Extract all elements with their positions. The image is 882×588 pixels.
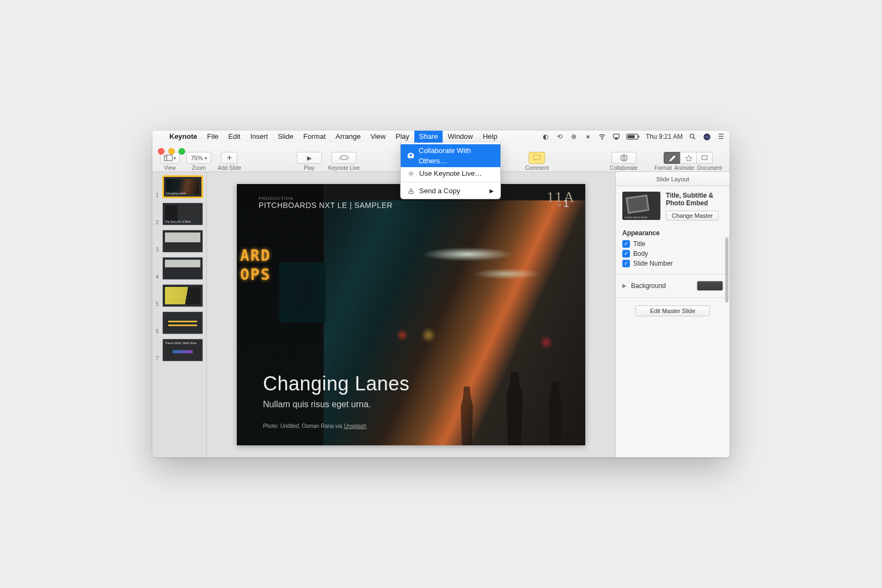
separator [616,274,730,274]
collaborate-button[interactable] [611,152,636,164]
share-collaborate[interactable]: Collaborate With Others… [401,144,500,167]
thumb-num: 6 [156,328,160,334]
svg-rect-16 [702,156,707,160]
animate-tab-label: Animate [675,165,695,171]
slide-credit[interactable]: Photo: Untitled, Osman Rana via Unsplash [263,423,366,429]
time-machine-icon[interactable]: ⟲ [555,132,564,141]
airplay-icon[interactable] [612,132,621,141]
format-tab[interactable] [664,152,680,164]
background-label: Background [631,282,666,290]
thumb-num: 1 [156,192,160,198]
slide-thumb-4[interactable]: 4 [156,257,203,280]
checkbox-icon: ✓ [622,240,630,248]
thumb-label: Changing Lanes [166,192,186,195]
menu-insert[interactable]: Insert [246,131,273,143]
menu-file[interactable]: File [202,131,223,143]
slide-canvas[interactable]: ARD OPS 11A PRODUCTION PITCHBOARDS NXT L… [207,172,615,457]
menu-edit[interactable]: Edit [223,131,245,143]
led-text-1: ARD [240,247,271,265]
document-tab[interactable] [696,152,713,164]
slide-navigator[interactable]: 1 Changing Lanes 2 The Story Arc in Brie… [152,172,207,457]
master-thumb-label: Lorem Ipsum Dolor [624,216,648,219]
thumb-num: 4 [156,274,160,280]
edit-master-button[interactable]: Edit Master Slide [635,305,710,316]
change-master-button[interactable]: Change Master [666,211,719,220]
separator [616,297,730,298]
menu-app[interactable]: Keynote [164,131,202,143]
wifi-icon[interactable] [598,132,607,141]
battery-icon[interactable] [626,132,640,141]
checkbox-icon: ✓ [622,260,630,267]
status-icon-3[interactable]: ⊕ [569,132,578,141]
figure-silhouette [542,375,569,445]
master-name: Title, Subtitle & Photo Embed [666,192,723,207]
slide-subtitle[interactable]: Nullam quis risus eget urna. [263,400,371,409]
close-button[interactable] [158,148,164,155]
scrollbar[interactable] [725,237,728,303]
status-icon-1[interactable]: ◐ [541,132,550,141]
inspector-tab[interactable]: Slide Layout [616,172,730,186]
slide-title[interactable]: Changing Lanes [263,372,409,395]
add-slide-label: Add Slide [218,165,241,171]
svg-rect-4 [628,135,635,138]
led-text-2: OPS [240,266,271,284]
svg-rect-3 [638,136,639,138]
menu-window[interactable]: Window [443,131,477,143]
slide-thumb-7[interactable]: 7 There's Much, Much More [156,339,203,362]
menu-format[interactable]: Format [298,131,330,143]
comment-button[interactable] [529,152,545,164]
menubar: Keynote File Edit Insert Slide Format Ar… [152,131,730,143]
checkbox-title[interactable]: ✓Title [622,240,723,248]
slide[interactable]: ARD OPS 11A PRODUCTION PITCHBOARDS NXT L… [237,184,585,445]
keynote-live-label: Keynote Live [328,165,360,171]
thumb-num: 3 [156,247,160,253]
background-swatch[interactable] [697,281,723,291]
slide-page-num: 1 [564,198,569,209]
menu-view[interactable]: View [366,131,391,143]
maximize-button[interactable] [179,148,185,155]
spotlight-icon[interactable] [688,132,697,141]
zoom-button[interactable]: 75%▾ [186,152,211,164]
credit-author: Osman Rana via [302,423,344,429]
share-send-copy[interactable]: Send a Copy ▶ [401,185,500,197]
menubar-clock[interactable]: Thu 9:21 AM [646,133,683,140]
menu-slide[interactable]: Slide [273,131,298,143]
notification-center-icon[interactable]: ☰ [716,132,725,141]
disclosure-triangle-icon[interactable]: ▶ [622,283,627,289]
svg-rect-12 [341,156,347,160]
slide-thumb-3[interactable]: 3 [156,230,203,253]
slide-thumb-5[interactable]: 5 [156,284,203,307]
figure-silhouette [498,364,531,445]
menu-help[interactable]: Help [478,131,503,143]
menu-share[interactable]: Share [414,131,443,143]
appearance-heading: Appearance [622,229,723,237]
checkbox-slide-number[interactable]: ✓Slide Number [622,260,723,267]
svg-rect-11 [164,155,173,161]
chevron-right-icon: ▶ [489,186,494,196]
menu-play[interactable]: Play [390,131,414,143]
slide-thumb-6[interactable]: 6 [156,311,203,334]
credit-source: Unsplash [344,423,366,429]
share-keynote-live[interactable]: Use Keynote Live… [401,167,500,180]
thumb-label: The Story Arc in Brief [165,220,191,223]
inspector: Slide Layout Lorem Ipsum Dolor Title, Su… [615,172,730,457]
svg-point-0 [602,139,602,139]
slide-thumb-1[interactable]: 1 Changing Lanes [156,175,203,198]
checkbox-body-label: Body [633,250,648,258]
keynote-live-button[interactable] [332,152,357,164]
svg-point-5 [690,134,694,138]
minimize-button[interactable] [168,148,175,155]
slide-thumb-2[interactable]: 2 The Story Arc in Brief [156,203,203,225]
svg-point-15 [623,156,625,158]
animate-tab[interactable] [680,152,696,164]
bluetooth-icon[interactable]: ∗ [584,132,592,141]
background-row[interactable]: ▶ Background [622,281,723,291]
siri-icon[interactable] [702,132,711,141]
play-button[interactable]: ▶ [297,152,322,164]
menu-arrange[interactable]: Arrange [330,131,365,143]
share-collaborate-label: Collaborate With Others… [419,145,494,166]
checkbox-body[interactable]: ✓Body [622,250,723,258]
add-slide-button[interactable]: + [221,152,237,164]
document-tab-label: Document [697,165,722,171]
zoom-value: 75% [191,155,203,161]
